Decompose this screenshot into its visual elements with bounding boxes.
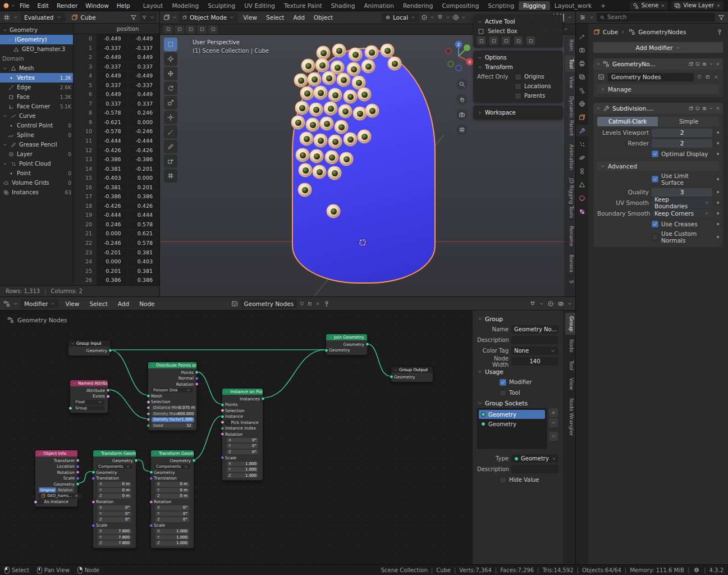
socket-translation-dot[interactable] (149, 476, 153, 480)
workspace-tab-scripting[interactable]: Scripting (483, 1, 519, 10)
vector-field-x[interactable]: X1.000 (227, 462, 258, 467)
node-tree-selector[interactable]: Geometry Nodes (241, 299, 297, 308)
modifier-extras-icon[interactable] (708, 104, 714, 112)
socket-exists-dot[interactable] (106, 394, 110, 398)
vector-field-z[interactable]: Z7.800 (98, 541, 131, 546)
modifier-remove-icon[interactable] (715, 60, 721, 68)
viewport-menu-object[interactable]: Object (310, 11, 337, 24)
node-snapping-icon[interactable] (529, 300, 537, 308)
properties-tab-object[interactable] (576, 111, 588, 123)
socket-geometry-dot[interactable] (390, 375, 393, 379)
menu-render[interactable]: Render (53, 0, 81, 11)
socket-rotation-dot[interactable] (91, 500, 95, 504)
vector-field-z[interactable]: Z0 m (98, 494, 131, 499)
socket-geometry-dot[interactable] (365, 343, 369, 346)
algorithm-catmull-clark-button[interactable]: Catmull-Clark (597, 117, 658, 126)
use-creases-checkbox[interactable] (652, 221, 658, 227)
group-description-field[interactable] (511, 336, 558, 344)
tool-mode-1-button[interactable] (477, 36, 486, 45)
workspace-header[interactable]: Workspace (477, 108, 559, 117)
socket-pick-instance-dot[interactable] (221, 421, 225, 425)
vector-field-z[interactable]: Z0° (227, 450, 258, 455)
vector-field-z[interactable]: Z1.000 (155, 541, 189, 546)
display-realtime-icon[interactable] (695, 104, 700, 112)
tree-item-geometry[interactable]: (Geometry) (0, 35, 73, 44)
usage-modifier-checkbox[interactable] (500, 379, 506, 386)
view-layer-unlink-icon[interactable] (716, 2, 721, 10)
node-group-output[interactable]: Group OutputGeometry (391, 366, 433, 382)
filter-dropdown[interactable] (140, 12, 157, 22)
sidebar-tab-dynamic-parent[interactable]: Dynamic Parent (565, 93, 575, 139)
socket-scale-dot[interactable] (149, 523, 153, 527)
nav-hand-button[interactable] (456, 94, 468, 105)
socket-rotation-dot[interactable] (195, 382, 199, 386)
node-header[interactable]: Instance on Points (222, 389, 263, 395)
workspace-add-button[interactable]: + (596, 1, 610, 10)
tree-copy-icon[interactable] (307, 300, 313, 308)
node-sidebar-tab-view[interactable]: View (565, 375, 575, 393)
select-mode-3-button[interactable] (186, 25, 195, 34)
properties-editor-type-icon[interactable] (579, 13, 587, 21)
checkbox-origins[interactable] (515, 74, 521, 80)
socket-rotation-dot[interactable] (76, 471, 80, 474)
properties-tab-world[interactable] (576, 98, 588, 109)
socket-geometry-dot[interactable] (149, 471, 153, 474)
orientation-dropdown[interactable]: Local (382, 13, 419, 22)
copy-node-group-icon[interactable] (705, 73, 711, 81)
tool-move-button[interactable] (164, 67, 177, 80)
tool-primitive-button[interactable] (164, 154, 177, 168)
properties-tab-view-layer[interactable] (576, 71, 588, 83)
vector-field-z[interactable]: Z0 m (155, 494, 189, 499)
tree-item-instances[interactable]: Instances63 (0, 188, 73, 197)
vector-field-x[interactable]: X0° (227, 438, 258, 443)
node-dropdown-components[interactable]: Components (154, 464, 190, 469)
levels-viewport-animate-dot[interactable] (717, 131, 719, 134)
node-sidebar-tab-group[interactable]: Group (565, 313, 575, 335)
tool-scale-t-button[interactable] (164, 96, 177, 109)
vector-field-x[interactable]: X0 m (98, 482, 131, 487)
vector-field-x[interactable]: X0° (155, 505, 189, 510)
segment-relative[interactable]: Relative (57, 487, 74, 492)
tree-fake-user-icon[interactable] (299, 300, 305, 308)
tree-item-layer[interactable]: Layer0 (0, 149, 73, 159)
socket-scale-dot[interactable] (76, 476, 80, 480)
socket-instance-dot[interactable] (221, 414, 225, 418)
node-header[interactable]: Object Info (35, 450, 77, 457)
value-field-distance-min[interactable]: Distance Min0.075 m (152, 405, 196, 410)
properties-tab-tool[interactable] (576, 30, 588, 42)
use-custom-normals-checkbox[interactable] (652, 234, 658, 240)
checkbox-pick-instance[interactable] (225, 420, 230, 425)
display-render-icon[interactable] (702, 104, 707, 112)
node-dropdown-float[interactable]: Float (74, 400, 104, 405)
node-header[interactable]: Group Input (68, 340, 110, 346)
vector-field-z[interactable]: Z0° (155, 517, 189, 522)
checkbox-as-instance[interactable] (38, 500, 43, 505)
node-header[interactable]: Group Output (391, 367, 433, 373)
vector-field-y[interactable]: Y7.800 (98, 535, 131, 540)
select-mode-5-button[interactable] (208, 25, 218, 34)
workspace-tab-sculpting[interactable]: Sculpting (203, 1, 240, 10)
vector-field-z[interactable]: Z0° (98, 517, 131, 522)
tree-pin-icon[interactable] (323, 300, 331, 308)
mode-dropdown[interactable]: Object Mode (178, 13, 238, 22)
socket-geometry-dot[interactable] (76, 482, 80, 486)
hide-value-checkbox[interactable] (500, 477, 506, 483)
column-header-position[interactable]: position (74, 24, 159, 34)
sidebar-tab-item[interactable]: Item (565, 36, 575, 54)
active-tool-header[interactable]: Active Tool (477, 17, 559, 26)
sockets-resize-grip[interactable]: ···· (477, 449, 558, 453)
properties-tab-texture[interactable] (576, 206, 588, 217)
scene-unlink-icon[interactable] (660, 2, 666, 10)
render-levels-animate-dot[interactable] (717, 142, 719, 144)
tool-transform-button[interactable] (164, 111, 177, 124)
value-field-seed[interactable]: Seed32 (152, 423, 193, 428)
node-transform-geometry-2[interactable]: Transform GeometryGeometryComponentsGeom… (150, 450, 194, 549)
socket-geometry-dot[interactable] (134, 459, 138, 463)
usage-header[interactable]: Usage (477, 367, 558, 377)
snapping-icon[interactable] (436, 13, 444, 21)
node-menu-add[interactable]: Add (114, 297, 133, 310)
menu-edit[interactable]: Edit (34, 0, 53, 11)
properties-tab-render[interactable] (576, 44, 588, 56)
node-header[interactable]: Transform Geometry (93, 450, 136, 457)
workspace-tab-rendering[interactable]: Rendering (399, 1, 438, 10)
